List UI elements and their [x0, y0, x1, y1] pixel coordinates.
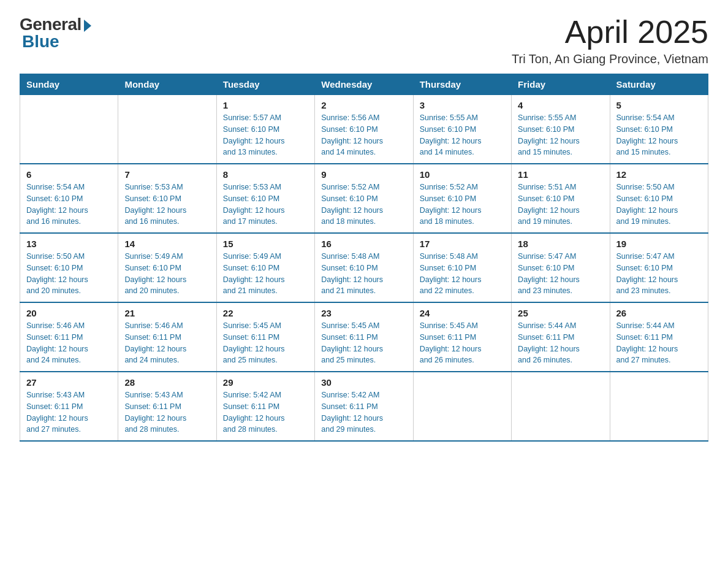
day-info: Sunrise: 5:42 AM Sunset: 6:11 PM Dayligh…	[223, 389, 308, 435]
day-number: 1	[223, 100, 308, 110]
header-row: SundayMondayTuesdayWednesdayThursdayFrid…	[20, 74, 708, 95]
day-info: Sunrise: 5:49 AM Sunset: 6:10 PM Dayligh…	[124, 251, 210, 297]
day-info: Sunrise: 5:47 AM Sunset: 6:10 PM Dayligh…	[518, 251, 603, 297]
day-number: 11	[518, 169, 603, 180]
calendar-header-cell: Tuesday	[216, 74, 314, 95]
day-number: 16	[321, 239, 406, 249]
day-number: 15	[223, 239, 308, 249]
logo-arrow-icon	[84, 20, 91, 32]
day-number: 5	[616, 100, 702, 110]
day-number: 25	[518, 308, 603, 318]
day-number: 29	[223, 377, 308, 388]
day-number: 20	[26, 308, 112, 318]
day-info: Sunrise: 5:45 AM Sunset: 6:11 PM Dayligh…	[420, 320, 505, 366]
day-info: Sunrise: 5:49 AM Sunset: 6:10 PM Dayligh…	[223, 251, 308, 297]
day-info: Sunrise: 5:46 AM Sunset: 6:11 PM Dayligh…	[124, 320, 210, 366]
page-title: April 2025	[512, 15, 708, 50]
day-info: Sunrise: 5:53 AM Sunset: 6:10 PM Dayligh…	[124, 182, 210, 228]
day-number: 9	[321, 169, 406, 180]
calendar-cell: 12Sunrise: 5:50 AM Sunset: 6:10 PM Dayli…	[610, 164, 708, 233]
day-info: Sunrise: 5:47 AM Sunset: 6:10 PM Dayligh…	[616, 251, 702, 297]
day-info: Sunrise: 5:57 AM Sunset: 6:10 PM Dayligh…	[223, 112, 308, 158]
day-info: Sunrise: 5:50 AM Sunset: 6:10 PM Dayligh…	[26, 251, 112, 297]
calendar-cell: 13Sunrise: 5:50 AM Sunset: 6:10 PM Dayli…	[20, 233, 118, 302]
calendar-cell: 30Sunrise: 5:42 AM Sunset: 6:11 PM Dayli…	[315, 372, 413, 441]
calendar-header-cell: Monday	[118, 74, 216, 95]
calendar-cell	[512, 372, 610, 441]
calendar-cell: 24Sunrise: 5:45 AM Sunset: 6:11 PM Dayli…	[413, 302, 511, 372]
day-number: 30	[321, 377, 406, 388]
day-number: 7	[124, 169, 210, 180]
day-number: 28	[124, 377, 210, 388]
logo-blue-text: Blue	[20, 32, 59, 52]
calendar-header-cell: Wednesday	[315, 74, 413, 95]
calendar-cell	[610, 372, 708, 441]
calendar-cell: 18Sunrise: 5:47 AM Sunset: 6:10 PM Dayli…	[512, 233, 610, 302]
title-section: April 2025 Tri Ton, An Giang Province, V…	[512, 15, 708, 66]
day-number: 13	[26, 239, 112, 249]
calendar-cell: 15Sunrise: 5:49 AM Sunset: 6:10 PM Dayli…	[216, 233, 314, 302]
day-info: Sunrise: 5:55 AM Sunset: 6:10 PM Dayligh…	[518, 112, 603, 158]
day-info: Sunrise: 5:56 AM Sunset: 6:10 PM Dayligh…	[321, 112, 406, 158]
calendar-week-row: 13Sunrise: 5:50 AM Sunset: 6:10 PM Dayli…	[20, 233, 708, 302]
day-number: 4	[518, 100, 603, 110]
calendar-cell: 29Sunrise: 5:42 AM Sunset: 6:11 PM Dayli…	[216, 372, 314, 441]
calendar-cell: 2Sunrise: 5:56 AM Sunset: 6:10 PM Daylig…	[315, 95, 413, 164]
calendar-cell: 10Sunrise: 5:52 AM Sunset: 6:10 PM Dayli…	[413, 164, 511, 233]
day-info: Sunrise: 5:52 AM Sunset: 6:10 PM Dayligh…	[420, 182, 505, 228]
calendar-week-row: 6Sunrise: 5:54 AM Sunset: 6:10 PM Daylig…	[20, 164, 708, 233]
calendar-header: SundayMondayTuesdayWednesdayThursdayFrid…	[20, 74, 708, 95]
day-number: 22	[223, 308, 308, 318]
calendar-header-cell: Thursday	[413, 74, 511, 95]
calendar-cell: 3Sunrise: 5:55 AM Sunset: 6:10 PM Daylig…	[413, 95, 511, 164]
day-info: Sunrise: 5:48 AM Sunset: 6:10 PM Dayligh…	[420, 251, 505, 297]
day-number: 14	[124, 239, 210, 249]
calendar-cell: 20Sunrise: 5:46 AM Sunset: 6:11 PM Dayli…	[20, 302, 118, 372]
day-number: 27	[26, 377, 112, 388]
day-number: 12	[616, 169, 702, 180]
page-header: General Blue April 2025 Tri Ton, An Gian…	[20, 15, 708, 66]
calendar-cell: 19Sunrise: 5:47 AM Sunset: 6:10 PM Dayli…	[610, 233, 708, 302]
day-number: 6	[26, 169, 112, 180]
day-number: 24	[420, 308, 505, 318]
day-number: 17	[420, 239, 505, 249]
calendar-cell: 16Sunrise: 5:48 AM Sunset: 6:10 PM Dayli…	[315, 233, 413, 302]
calendar-table: SundayMondayTuesdayWednesdayThursdayFrid…	[20, 74, 708, 442]
calendar-body: 1Sunrise: 5:57 AM Sunset: 6:10 PM Daylig…	[20, 95, 708, 442]
calendar-cell: 17Sunrise: 5:48 AM Sunset: 6:10 PM Dayli…	[413, 233, 511, 302]
calendar-week-row: 1Sunrise: 5:57 AM Sunset: 6:10 PM Daylig…	[20, 95, 708, 164]
day-info: Sunrise: 5:42 AM Sunset: 6:11 PM Dayligh…	[321, 389, 406, 435]
calendar-cell: 11Sunrise: 5:51 AM Sunset: 6:10 PM Dayli…	[512, 164, 610, 233]
calendar-cell: 4Sunrise: 5:55 AM Sunset: 6:10 PM Daylig…	[512, 95, 610, 164]
calendar-cell: 21Sunrise: 5:46 AM Sunset: 6:11 PM Dayli…	[118, 302, 216, 372]
day-number: 8	[223, 169, 308, 180]
day-info: Sunrise: 5:51 AM Sunset: 6:10 PM Dayligh…	[518, 182, 603, 228]
calendar-header-cell: Saturday	[610, 74, 708, 95]
calendar-cell: 1Sunrise: 5:57 AM Sunset: 6:10 PM Daylig…	[216, 95, 314, 164]
calendar-cell: 7Sunrise: 5:53 AM Sunset: 6:10 PM Daylig…	[118, 164, 216, 233]
day-number: 21	[124, 308, 210, 318]
calendar-cell: 22Sunrise: 5:45 AM Sunset: 6:11 PM Dayli…	[216, 302, 314, 372]
day-info: Sunrise: 5:54 AM Sunset: 6:10 PM Dayligh…	[26, 182, 112, 228]
calendar-cell: 23Sunrise: 5:45 AM Sunset: 6:11 PM Dayli…	[315, 302, 413, 372]
calendar-cell: 6Sunrise: 5:54 AM Sunset: 6:10 PM Daylig…	[20, 164, 118, 233]
calendar-cell: 9Sunrise: 5:52 AM Sunset: 6:10 PM Daylig…	[315, 164, 413, 233]
day-info: Sunrise: 5:44 AM Sunset: 6:11 PM Dayligh…	[616, 320, 702, 366]
day-number: 18	[518, 239, 603, 249]
day-number: 19	[616, 239, 702, 249]
day-number: 3	[420, 100, 505, 110]
day-info: Sunrise: 5:55 AM Sunset: 6:10 PM Dayligh…	[420, 112, 505, 158]
calendar-cell: 8Sunrise: 5:53 AM Sunset: 6:10 PM Daylig…	[216, 164, 314, 233]
calendar-cell	[118, 95, 216, 164]
day-number: 26	[616, 308, 702, 318]
day-info: Sunrise: 5:45 AM Sunset: 6:11 PM Dayligh…	[223, 320, 308, 366]
calendar-cell: 28Sunrise: 5:43 AM Sunset: 6:11 PM Dayli…	[118, 372, 216, 441]
day-info: Sunrise: 5:43 AM Sunset: 6:11 PM Dayligh…	[26, 389, 112, 435]
day-number: 10	[420, 169, 505, 180]
calendar-week-row: 27Sunrise: 5:43 AM Sunset: 6:11 PM Dayli…	[20, 372, 708, 441]
calendar-cell	[20, 95, 118, 164]
calendar-cell: 5Sunrise: 5:54 AM Sunset: 6:10 PM Daylig…	[610, 95, 708, 164]
calendar-header-cell: Sunday	[20, 74, 118, 95]
day-info: Sunrise: 5:50 AM Sunset: 6:10 PM Dayligh…	[616, 182, 702, 228]
calendar-cell: 14Sunrise: 5:49 AM Sunset: 6:10 PM Dayli…	[118, 233, 216, 302]
